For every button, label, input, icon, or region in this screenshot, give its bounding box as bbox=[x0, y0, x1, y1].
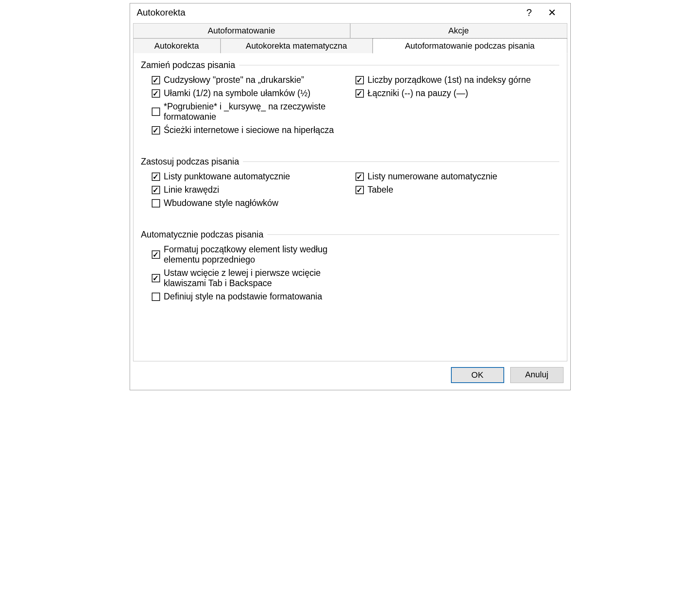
divider-line bbox=[267, 234, 559, 235]
checkbox-label: Tabele bbox=[368, 185, 394, 195]
checkbox-icon[interactable]: ✓ bbox=[356, 89, 364, 98]
checkbox-option[interactable]: ✓Listy numerowane automatycznie bbox=[356, 171, 559, 182]
checkbox-icon[interactable]: ✓ bbox=[152, 89, 160, 98]
option-row: ✓Linie krawędzi✓Tabele bbox=[141, 185, 559, 195]
option-col bbox=[356, 291, 559, 302]
option-col: ✓Ustaw wcięcie z lewej i pierwsze wcięci… bbox=[152, 268, 356, 288]
option-col: ✓Definiuj style na podstawie formatowani… bbox=[152, 291, 356, 302]
tab-autokorekta-matematyczna[interactable]: Autokorekta matematyczna bbox=[221, 38, 373, 54]
option-row: ✓Listy punktowane automatycznie✓Listy nu… bbox=[141, 171, 559, 182]
dialog-buttons: OK Anuluj bbox=[130, 362, 570, 390]
checkbox-icon[interactable]: ✓ bbox=[152, 126, 160, 135]
checkbox-icon[interactable]: ✓ bbox=[152, 108, 160, 116]
option-col bbox=[356, 125, 559, 135]
checkbox-option[interactable]: ✓Formatuj początkowy element listy wedłu… bbox=[152, 244, 356, 265]
tab-autokorekta[interactable]: Autokorekta bbox=[133, 38, 221, 54]
group-title: Zastosuj podczas pisania bbox=[141, 157, 243, 167]
checkbox-label: Ustaw wcięcie z lewej i pierwsze wcięcie… bbox=[164, 268, 356, 288]
check-mark-icon: ✓ bbox=[152, 76, 159, 84]
checkbox-icon[interactable]: ✓ bbox=[152, 293, 160, 301]
checkbox-label: Definiuj style na podstawie formatowania bbox=[164, 291, 322, 302]
option-col: ✓Listy punktowane automatycznie bbox=[152, 171, 356, 182]
checkbox-icon[interactable]: ✓ bbox=[152, 76, 160, 84]
checkbox-label: Ścieżki internetowe i sieciowe na hiperł… bbox=[164, 125, 334, 135]
checkbox-label: Ułamki (1/2) na symbole ułamków (½) bbox=[164, 88, 311, 98]
checkbox-option[interactable]: ✓Cudzysłowy "proste" na „drukarskie” bbox=[152, 75, 356, 85]
option-group: Zastosuj podczas pisania✓Listy punktowan… bbox=[141, 157, 559, 208]
cancel-button[interactable]: Anuluj bbox=[510, 367, 563, 383]
check-mark-icon: ✓ bbox=[152, 127, 159, 134]
help-button[interactable]: ? bbox=[518, 8, 541, 17]
option-col: ✓Linie krawędzi bbox=[152, 185, 356, 195]
tab-strip: Autoformatowanie Akcje Autokorekta Autok… bbox=[130, 23, 570, 54]
checkbox-option[interactable]: ✓Listy punktowane automatycznie bbox=[152, 171, 356, 182]
checkbox-label: Wbudowane style nagłówków bbox=[164, 198, 279, 208]
checkbox-option[interactable]: ✓Ułamki (1/2) na symbole ułamków (½) bbox=[152, 88, 356, 98]
checkbox-label: Listy punktowane automatycznie bbox=[164, 171, 290, 182]
titlebar: Autokorekta ? ✕ bbox=[130, 3, 570, 23]
checkbox-option[interactable]: ✓Tabele bbox=[356, 185, 559, 195]
tab-autoformatowanie-podczas-pisania[interactable]: Autoformatowanie podczas pisania bbox=[373, 38, 567, 54]
checkbox-icon[interactable]: ✓ bbox=[356, 173, 364, 181]
check-mark-icon: ✓ bbox=[356, 173, 363, 180]
check-mark-icon: ✓ bbox=[152, 274, 159, 282]
checkbox-label: Linie krawędzi bbox=[164, 185, 219, 195]
group-header: Zamień podczas pisania bbox=[141, 60, 559, 70]
checkbox-icon[interactable]: ✓ bbox=[152, 250, 160, 259]
checkbox-option[interactable]: ✓*Pogrubienie* i _kursywę_ na rzeczywist… bbox=[152, 101, 356, 122]
checkbox-label: Cudzysłowy "proste" na „drukarskie” bbox=[164, 75, 304, 85]
checkbox-icon[interactable]: ✓ bbox=[152, 173, 160, 181]
option-row: ✓*Pogrubienie* i _kursywę_ na rzeczywist… bbox=[141, 101, 559, 122]
option-row: ✓Ułamki (1/2) na symbole ułamków (½)✓Łąc… bbox=[141, 88, 559, 98]
checkbox-icon[interactable]: ✓ bbox=[356, 186, 364, 194]
autocorrect-dialog: Autokorekta ? ✕ Autoformatowanie Akcje A… bbox=[130, 3, 571, 390]
checkbox-option[interactable]: ✓Wbudowane style nagłówków bbox=[152, 198, 356, 208]
group-title: Automatycznie podczas pisania bbox=[141, 230, 267, 240]
option-col: ✓Cudzysłowy "proste" na „drukarskie” bbox=[152, 75, 356, 85]
option-col: ✓Wbudowane style nagłówków bbox=[152, 198, 356, 208]
option-col: ✓Łączniki (--) na pauzy (—) bbox=[356, 88, 559, 98]
checkbox-icon[interactable]: ✓ bbox=[152, 199, 160, 207]
tab-content: Zamień podczas pisania✓Cudzysłowy "prost… bbox=[133, 53, 567, 361]
checkbox-option[interactable]: ✓Liczby porządkowe (1st) na indeksy górn… bbox=[356, 75, 559, 85]
tab-autoformatowanie[interactable]: Autoformatowanie bbox=[133, 23, 350, 38]
check-mark-icon: ✓ bbox=[152, 251, 159, 258]
option-group: Automatycznie podczas pisania✓Formatuj p… bbox=[141, 230, 559, 302]
option-row: ✓Cudzysłowy "proste" na „drukarskie”✓Lic… bbox=[141, 75, 559, 85]
dialog-title: Autokorekta bbox=[137, 7, 518, 18]
check-mark-icon: ✓ bbox=[356, 76, 363, 84]
option-col: ✓*Pogrubienie* i _kursywę_ na rzeczywist… bbox=[152, 101, 356, 122]
check-mark-icon: ✓ bbox=[152, 186, 159, 194]
checkbox-option[interactable]: ✓Linie krawędzi bbox=[152, 185, 356, 195]
group-title: Zamień podczas pisania bbox=[141, 60, 239, 70]
divider-line bbox=[239, 65, 559, 65]
option-col bbox=[356, 101, 559, 122]
checkbox-icon[interactable]: ✓ bbox=[356, 76, 364, 84]
option-col: ✓Liczby porządkowe (1st) na indeksy górn… bbox=[356, 75, 559, 85]
check-mark-icon: ✓ bbox=[356, 186, 363, 194]
option-row: ✓Definiuj style na podstawie formatowani… bbox=[141, 291, 559, 302]
option-col: ✓Formatuj początkowy element listy wedłu… bbox=[152, 244, 356, 265]
ok-button[interactable]: OK bbox=[451, 367, 504, 383]
checkbox-option[interactable]: ✓Ustaw wcięcie z lewej i pierwsze wcięci… bbox=[152, 268, 356, 288]
option-col: ✓Tabele bbox=[356, 185, 559, 195]
check-mark-icon: ✓ bbox=[356, 90, 363, 97]
checkbox-icon[interactable]: ✓ bbox=[152, 274, 160, 282]
checkbox-label: Łączniki (--) na pauzy (—) bbox=[368, 88, 468, 98]
close-button[interactable]: ✕ bbox=[541, 8, 563, 17]
checkbox-icon[interactable]: ✓ bbox=[152, 186, 160, 194]
option-group: Zamień podczas pisania✓Cudzysłowy "prost… bbox=[141, 60, 559, 135]
check-mark-icon: ✓ bbox=[152, 90, 159, 97]
tab-akcje[interactable]: Akcje bbox=[350, 23, 567, 38]
option-col bbox=[356, 244, 559, 265]
checkbox-label: Listy numerowane automatycznie bbox=[368, 171, 497, 182]
option-row: ✓Wbudowane style nagłówków bbox=[141, 198, 559, 208]
checkbox-option[interactable]: ✓Ścieżki internetowe i sieciowe na hiper… bbox=[152, 125, 356, 135]
option-col bbox=[356, 268, 559, 288]
option-col: ✓Ułamki (1/2) na symbole ułamków (½) bbox=[152, 88, 356, 98]
checkbox-option[interactable]: ✓Łączniki (--) na pauzy (—) bbox=[356, 88, 559, 98]
checkbox-option[interactable]: ✓Definiuj style na podstawie formatowani… bbox=[152, 291, 356, 302]
checkbox-label: Formatuj początkowy element listy według… bbox=[164, 244, 356, 265]
option-row: ✓Formatuj początkowy element listy wedłu… bbox=[141, 244, 559, 265]
option-row: ✓Ścieżki internetowe i sieciowe na hiper… bbox=[141, 125, 559, 135]
